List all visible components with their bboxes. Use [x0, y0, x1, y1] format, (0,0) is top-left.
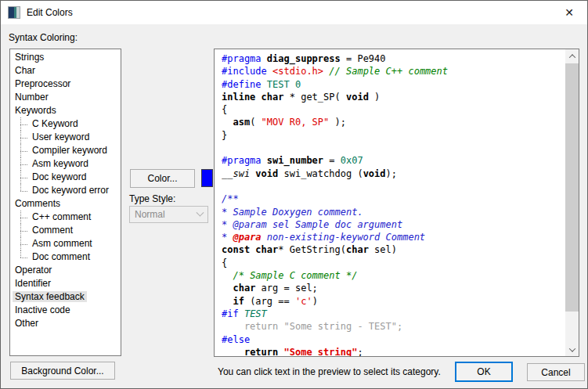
code-token-plain[interactable]: );: [329, 117, 346, 128]
title-bar[interactable]: Edit Colors ✕: [1, 1, 587, 24]
code-token-inact[interactable]: return "Some string - TEST";: [222, 321, 402, 332]
code-token-plain[interactable]: [290, 79, 295, 90]
code-token-ital[interactable]: __swi: [222, 168, 250, 179]
code-token-plain[interactable]: arg = sel;: [255, 283, 317, 294]
code-line[interactable]: return "Some string - TEST";: [222, 320, 563, 333]
code-line[interactable]: const char* GetString(char sel): [222, 243, 563, 256]
code-token-kw[interactable]: char: [346, 244, 369, 255]
category-item-keywords[interactable]: Keywords: [10, 104, 121, 117]
code-token-plain[interactable]: sel): [369, 244, 397, 255]
code-token-kw[interactable]: void: [346, 92, 369, 103]
code-token-str[interactable]: <stdio.h>: [272, 66, 323, 77]
code-line[interactable]: #include <stdio.h> // Sample C++ comment: [222, 65, 563, 77]
close-button[interactable]: ✕: [551, 1, 587, 24]
category-item-preprocessor[interactable]: Preprocessor: [10, 77, 121, 91]
code-token-kw[interactable]: if: [233, 296, 243, 307]
code-token-pp[interactable]: #pragma: [222, 53, 262, 64]
category-item-syntax-feedback[interactable]: Syntax feedback: [10, 290, 121, 304]
code-token-pp[interactable]: #if: [222, 308, 239, 319]
code-token-kw[interactable]: char: [262, 92, 284, 103]
category-item-asm-comment[interactable]: Asm comment: [10, 237, 121, 250]
code-token-num[interactable]: 0: [295, 79, 301, 90]
code-line[interactable]: #define TEST 0: [222, 78, 563, 91]
code-line[interactable]: asm( "MOV R0, SP" );: [222, 116, 563, 128]
scroll-up-button[interactable]: [565, 49, 579, 63]
code-line[interactable]: * @para non-existing-keyword Comment: [222, 231, 563, 243]
code-line[interactable]: if (arg == 'c'): [222, 295, 563, 308]
code-token-plain[interactable]: = Pe940: [341, 53, 386, 64]
code-token-kw[interactable]: asm: [233, 117, 250, 128]
code-line[interactable]: /* Sample C comment */: [222, 269, 563, 282]
category-item-comment[interactable]: Comment: [10, 224, 121, 237]
code-token-bold[interactable]: swi_number: [267, 155, 323, 166]
category-item-asm-keyword[interactable]: Asm keyword: [10, 157, 121, 171]
code-token-dox[interactable]: *: [222, 232, 233, 243]
code-token-dox[interactable]: * Sample Doxygen comment.: [222, 207, 363, 218]
code-line[interactable]: [222, 142, 563, 154]
code-token-plain[interactable]: [255, 92, 261, 103]
code-line[interactable]: #else: [222, 333, 563, 346]
code-token-plain[interactable]: {: [222, 258, 227, 268]
category-item-other[interactable]: Other: [10, 317, 121, 330]
preview-scrollbar[interactable]: [565, 49, 579, 356]
cancel-button[interactable]: Cancel: [527, 363, 585, 381]
category-item-doc-keyword-error[interactable]: Doc keyword error: [10, 184, 121, 197]
code-line[interactable]: /**: [222, 193, 563, 205]
code-line[interactable]: char arg = sel;: [222, 282, 563, 294]
code-token-plain[interactable]: [262, 155, 267, 166]
code-token-plain[interactable]: [262, 79, 267, 90]
code-token-kw[interactable]: void: [363, 168, 386, 179]
code-token-plain[interactable]: [278, 347, 283, 356]
code-token-plain[interactable]: [222, 270, 233, 281]
category-item-number[interactable]: Number: [10, 91, 121, 104]
code-token-plain[interactable]: (: [250, 117, 261, 128]
code-token-num[interactable]: TEST: [267, 79, 290, 90]
code-token-num[interactable]: 0x07: [341, 155, 363, 166]
code-token-plain[interactable]: ): [369, 92, 380, 103]
scroll-down-button[interactable]: [565, 343, 579, 356]
code-token-kw[interactable]: inline: [222, 92, 255, 103]
code-line[interactable]: __swi void swi_watchdog (void);: [222, 167, 563, 180]
category-item-c-comment[interactable]: C++ comment: [10, 211, 121, 224]
category-item-doc-comment[interactable]: Doc comment: [10, 250, 121, 264]
code-token-kw[interactable]: void: [255, 168, 278, 179]
code-line[interactable]: inline char * get_SP( void ): [222, 91, 563, 103]
code-token-com[interactable]: // Sample C++ comment: [329, 66, 448, 77]
code-token-plain[interactable]: [262, 53, 267, 64]
code-token-kw[interactable]: return: [244, 347, 278, 356]
color-button[interactable]: Color...: [130, 169, 195, 188]
code-token-doxerr[interactable]: @para: [233, 232, 261, 243]
category-item-inactive-code[interactable]: Inactive code: [10, 304, 121, 317]
code-token-pp[interactable]: #define: [222, 79, 262, 90]
code-line[interactable]: {: [222, 103, 563, 116]
code-token-strb[interactable]: "Some string": [284, 347, 358, 356]
code-token-kw[interactable]: const: [222, 244, 250, 255]
code-token-dox[interactable]: non-existing-keyword Comment: [262, 232, 426, 243]
code-line[interactable]: [222, 180, 563, 193]
code-token-plain[interactable]: * GetString(: [278, 244, 346, 255]
code-token-kw[interactable]: char: [255, 244, 278, 255]
code-token-pp[interactable]: #else: [222, 334, 250, 345]
category-item-char[interactable]: Char: [10, 64, 121, 77]
code-token-pp[interactable]: #pragma: [222, 155, 262, 166]
code-token-kw[interactable]: char: [233, 283, 255, 294]
code-token-dox[interactable]: * @param sel Sample doc argument: [222, 219, 402, 230]
code-token-plain[interactable]: [267, 66, 272, 77]
code-token-plain[interactable]: ;: [357, 347, 363, 356]
code-line[interactable]: #pragma diag_suppress = Pe940: [222, 52, 563, 65]
code-token-str[interactable]: 'c': [295, 296, 312, 307]
category-item-user-keyword[interactable]: User keyword: [10, 131, 121, 144]
category-item-doc-keyword[interactable]: Doc keyword: [10, 171, 121, 184]
code-token-com[interactable]: /* Sample C comment */: [233, 270, 357, 281]
code-token-plain[interactable]: );: [386, 168, 397, 179]
code-token-plain[interactable]: [222, 296, 233, 307]
code-token-plain[interactable]: [222, 347, 244, 356]
category-item-c-keyword[interactable]: C Keyword: [10, 117, 121, 131]
category-item-strings[interactable]: Strings: [10, 51, 121, 64]
category-item-compiler-keyword[interactable]: Compiler keyword: [10, 144, 121, 157]
code-line[interactable]: {: [222, 257, 563, 269]
code-token-numi[interactable]: TEST: [244, 308, 267, 319]
code-token-plain[interactable]: [239, 308, 244, 319]
code-line[interactable]: return "Some string";: [222, 346, 563, 356]
code-token-bold[interactable]: diag_suppress: [267, 53, 341, 64]
